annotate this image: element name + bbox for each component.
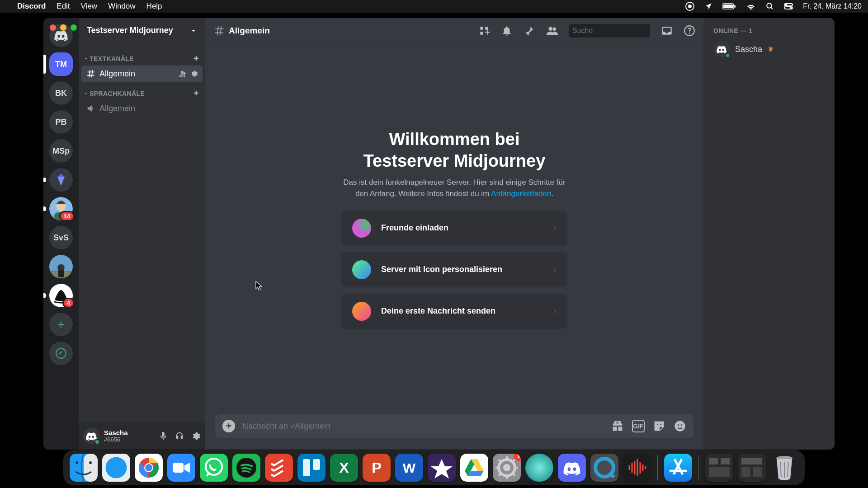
location-icon[interactable]	[704, 2, 712, 10]
battery-icon[interactable]	[722, 3, 736, 9]
menubar-view[interactable]: View	[81, 2, 98, 11]
channel-add-button[interactable]: +	[193, 53, 199, 64]
sticker-icon[interactable]	[653, 420, 665, 432]
dock-spotify[interactable]	[232, 454, 260, 482]
channel-category-text[interactable]: TEXTKANÄLE +	[81, 47, 203, 66]
svg-rect-83	[709, 458, 718, 465]
server-midjourney[interactable]: 4	[49, 284, 73, 307]
dock: X P W 1	[63, 450, 805, 485]
dock-finder[interactable]	[70, 454, 98, 482]
channel-category-voice[interactable]: SPRACHKANÄLE +	[81, 82, 203, 100]
mute-icon[interactable]	[158, 431, 168, 441]
dock-powerpoint[interactable]: P	[363, 454, 391, 482]
threads-icon[interactable]	[478, 25, 490, 37]
help-icon[interactable]	[684, 25, 695, 37]
menubar-edit[interactable]: Edit	[57, 2, 70, 11]
beginner-guide-link[interactable]: Anfängerleitfaden	[491, 189, 551, 198]
gift-icon[interactable]	[611, 420, 624, 432]
record-icon[interactable]	[685, 2, 694, 11]
window-minimize-button[interactable]	[60, 24, 66, 31]
window-close-button[interactable]	[50, 24, 56, 31]
window-zoom-button[interactable]	[71, 24, 77, 31]
member-row[interactable]: Sascha ♛	[709, 39, 829, 60]
deafen-icon[interactable]	[175, 431, 184, 441]
dock-minimized-2[interactable]	[738, 454, 766, 482]
server-notif-indicator	[43, 206, 46, 211]
dock-voice-memos[interactable]	[623, 454, 651, 482]
dock-excel[interactable]: X	[330, 454, 358, 482]
dock-imovie[interactable]	[428, 454, 456, 482]
server-avatar-1[interactable]: 14	[49, 197, 73, 221]
user-avatar[interactable]	[83, 428, 99, 444]
welcome-card-personalize[interactable]: Server mit Icon personalisieren ›	[341, 252, 567, 287]
menubar-help[interactable]: Help	[146, 2, 162, 11]
svg-text:P: P	[372, 460, 381, 476]
channel-voice-allgemein[interactable]: Allgemein	[81, 100, 203, 117]
spotlight-icon[interactable]	[766, 2, 774, 10]
server-msp[interactable]: MSp	[49, 139, 73, 163]
welcome-card-first-message[interactable]: Deine erste Nachricht senden ›	[341, 294, 567, 329]
dock-minimized-1[interactable]	[705, 454, 733, 482]
search-input[interactable]	[572, 27, 663, 35]
status-online-icon	[725, 52, 731, 58]
channel-title: Allgemein	[213, 25, 270, 37]
members-icon[interactable]	[546, 25, 558, 37]
gif-button[interactable]: GIF	[632, 420, 645, 432]
dock-drive[interactable]	[460, 454, 488, 482]
svg-rect-46	[313, 459, 320, 470]
menubar-clock[interactable]: Fr. 24. März 14:20	[803, 2, 862, 10]
dock-chrome[interactable]	[135, 454, 163, 482]
channel-add-button[interactable]: +	[193, 88, 199, 99]
dock-quicktime[interactable]	[590, 454, 618, 482]
server-tm[interactable]: TM	[49, 52, 73, 76]
menubar-window[interactable]: Window	[108, 2, 135, 11]
dock-todoist[interactable]	[265, 454, 293, 482]
window-controls	[50, 24, 77, 31]
dock-generic-teal[interactable]	[525, 454, 553, 482]
invite-icon[interactable]	[178, 70, 186, 78]
dock-word[interactable]: W	[395, 454, 423, 482]
wifi-icon[interactable]	[746, 3, 756, 10]
server-selection-indicator	[43, 55, 46, 74]
server-avatar-2[interactable]	[49, 255, 73, 278]
server-gem[interactable]	[49, 168, 73, 192]
svg-rect-85	[709, 467, 730, 477]
user-panel: Sascha #6656	[79, 422, 205, 450]
dock-safari[interactable]	[102, 454, 130, 482]
settings-icon[interactable]	[191, 431, 201, 441]
dock-appstore[interactable]	[664, 454, 692, 482]
server-svs[interactable]: SvS	[49, 226, 73, 249]
dock-trash[interactable]	[770, 454, 798, 482]
search-box[interactable]	[569, 24, 650, 38]
server-explore-button[interactable]	[49, 342, 73, 365]
server-header[interactable]: Testserver Midjourney	[79, 18, 205, 43]
inbox-icon[interactable]	[661, 25, 673, 37]
message-input[interactable]	[242, 422, 604, 431]
dock-zoom[interactable]	[167, 454, 195, 482]
dock-settings[interactable]: 1	[493, 454, 521, 482]
pinned-icon[interactable]	[524, 25, 535, 37]
menubar-app[interactable]: Discord	[17, 2, 46, 11]
svg-rect-88	[741, 467, 750, 477]
user-meta[interactable]: Sascha #6656	[104, 429, 128, 443]
dock-whatsapp[interactable]	[200, 454, 228, 482]
svg-rect-3	[723, 5, 733, 8]
server-bk[interactable]: BK	[49, 81, 73, 105]
dock-discord[interactable]	[558, 454, 586, 482]
control-center-icon[interactable]	[784, 3, 793, 9]
server-add-button[interactable]: +	[49, 313, 73, 336]
emoji-icon[interactable]	[674, 420, 686, 432]
gem-icon	[54, 173, 68, 187]
svg-rect-45	[303, 459, 310, 476]
channel-text-allgemein[interactable]: Allgemein	[81, 66, 203, 82]
welcome-card-invite[interactable]: Freunde einladen ›	[341, 211, 567, 246]
server-pb[interactable]: PB	[49, 110, 73, 134]
dock-trello[interactable]	[297, 454, 326, 482]
discord-logo-icon	[717, 44, 726, 54]
welcome-title: Willkommen bei Testserver Midjourney	[341, 129, 567, 172]
notifications-icon[interactable]	[501, 25, 513, 37]
gear-icon[interactable]	[190, 70, 198, 78]
svg-rect-54	[460, 454, 488, 482]
attach-button[interactable]: +	[222, 420, 235, 432]
svg-point-36	[145, 464, 152, 471]
